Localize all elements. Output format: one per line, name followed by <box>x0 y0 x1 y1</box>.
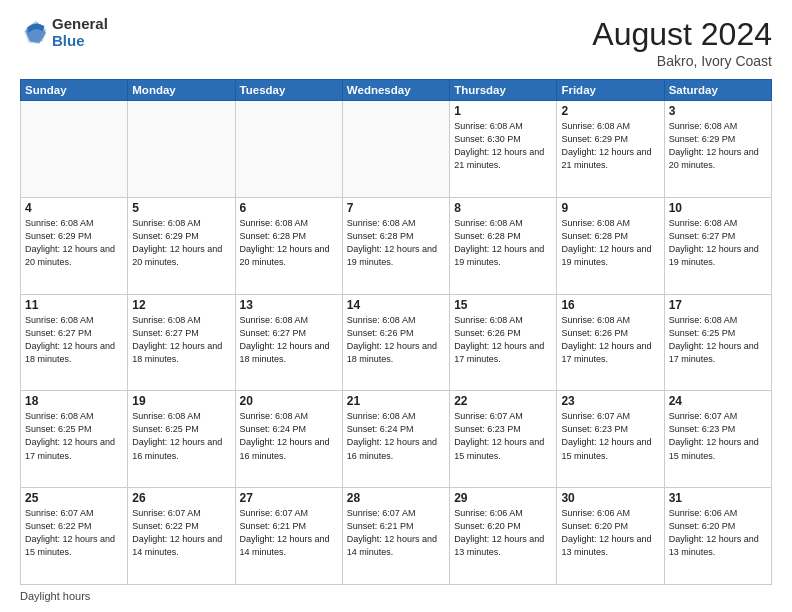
day-info: Sunrise: 6:08 AMSunset: 6:24 PMDaylight:… <box>347 410 445 462</box>
month-title: August 2024 <box>592 16 772 53</box>
sunrise: Sunrise: 6:08 AM <box>347 315 416 325</box>
sunset: Sunset: 6:26 PM <box>454 328 521 338</box>
day-number: 23 <box>561 394 659 408</box>
calendar-cell-14: 14Sunrise: 6:08 AMSunset: 6:26 PMDayligh… <box>342 294 449 391</box>
logo-text: General Blue <box>52 16 108 49</box>
sunset: Sunset: 6:29 PM <box>669 134 736 144</box>
sunrise: Sunrise: 6:06 AM <box>669 508 738 518</box>
day-info: Sunrise: 6:07 AMSunset: 6:21 PMDaylight:… <box>240 507 338 559</box>
calendar-cell-15: 15Sunrise: 6:08 AMSunset: 6:26 PMDayligh… <box>450 294 557 391</box>
daylight: Daylight: 12 hours and 20 minutes. <box>132 244 222 267</box>
calendar-cell-10: 10Sunrise: 6:08 AMSunset: 6:27 PMDayligh… <box>664 197 771 294</box>
sunset: Sunset: 6:29 PM <box>25 231 92 241</box>
day-number: 17 <box>669 298 767 312</box>
sunset: Sunset: 6:23 PM <box>669 424 736 434</box>
sunset: Sunset: 6:25 PM <box>132 424 199 434</box>
daylight: Daylight: 12 hours and 16 minutes. <box>240 437 330 460</box>
sunrise: Sunrise: 6:08 AM <box>25 315 94 325</box>
sunrise: Sunrise: 6:08 AM <box>240 315 309 325</box>
day-number: 18 <box>25 394 123 408</box>
sunrise: Sunrise: 6:08 AM <box>240 218 309 228</box>
calendar-cell-23: 23Sunrise: 6:07 AMSunset: 6:23 PMDayligh… <box>557 391 664 488</box>
day-number: 20 <box>240 394 338 408</box>
day-number: 11 <box>25 298 123 312</box>
day-info: Sunrise: 6:08 AMSunset: 6:29 PMDaylight:… <box>25 217 123 269</box>
daylight: Daylight: 12 hours and 19 minutes. <box>561 244 651 267</box>
day-number: 31 <box>669 491 767 505</box>
daylight: Daylight: 12 hours and 15 minutes. <box>561 437 651 460</box>
day-number: 8 <box>454 201 552 215</box>
day-info: Sunrise: 6:08 AMSunset: 6:27 PMDaylight:… <box>132 314 230 366</box>
sunrise: Sunrise: 6:07 AM <box>561 411 630 421</box>
calendar-cell-6: 6Sunrise: 6:08 AMSunset: 6:28 PMDaylight… <box>235 197 342 294</box>
calendar-cell-7: 7Sunrise: 6:08 AMSunset: 6:28 PMDaylight… <box>342 197 449 294</box>
sunrise: Sunrise: 6:08 AM <box>25 218 94 228</box>
sunrise: Sunrise: 6:08 AM <box>347 218 416 228</box>
day-info: Sunrise: 6:08 AMSunset: 6:27 PMDaylight:… <box>25 314 123 366</box>
sunrise: Sunrise: 6:08 AM <box>347 411 416 421</box>
day-info: Sunrise: 6:08 AMSunset: 6:26 PMDaylight:… <box>561 314 659 366</box>
weekday-header-wednesday: Wednesday <box>342 80 449 101</box>
day-info: Sunrise: 6:06 AMSunset: 6:20 PMDaylight:… <box>454 507 552 559</box>
sunrise: Sunrise: 6:08 AM <box>669 218 738 228</box>
day-number: 3 <box>669 104 767 118</box>
day-number: 15 <box>454 298 552 312</box>
daylight: Daylight: 12 hours and 21 minutes. <box>454 147 544 170</box>
day-info: Sunrise: 6:08 AMSunset: 6:26 PMDaylight:… <box>454 314 552 366</box>
calendar-cell-11: 11Sunrise: 6:08 AMSunset: 6:27 PMDayligh… <box>21 294 128 391</box>
sunset: Sunset: 6:27 PM <box>240 328 307 338</box>
sunset: Sunset: 6:29 PM <box>561 134 628 144</box>
logo-general: General <box>52 15 108 32</box>
sunrise: Sunrise: 6:07 AM <box>240 508 309 518</box>
sunrise: Sunrise: 6:08 AM <box>132 315 201 325</box>
calendar-cell-19: 19Sunrise: 6:08 AMSunset: 6:25 PMDayligh… <box>128 391 235 488</box>
day-info: Sunrise: 6:08 AMSunset: 6:28 PMDaylight:… <box>454 217 552 269</box>
day-number: 27 <box>240 491 338 505</box>
sunset: Sunset: 6:20 PM <box>561 521 628 531</box>
week-row-1: 1Sunrise: 6:08 AMSunset: 6:30 PMDaylight… <box>21 101 772 198</box>
daylight: Daylight: 12 hours and 14 minutes. <box>240 534 330 557</box>
sunrise: Sunrise: 6:08 AM <box>561 218 630 228</box>
sunrise: Sunrise: 6:06 AM <box>454 508 523 518</box>
week-row-2: 4Sunrise: 6:08 AMSunset: 6:29 PMDaylight… <box>21 197 772 294</box>
day-info: Sunrise: 6:08 AMSunset: 6:25 PMDaylight:… <box>132 410 230 462</box>
calendar-cell-empty <box>21 101 128 198</box>
week-row-5: 25Sunrise: 6:07 AMSunset: 6:22 PMDayligh… <box>21 488 772 585</box>
calendar-cell-27: 27Sunrise: 6:07 AMSunset: 6:21 PMDayligh… <box>235 488 342 585</box>
day-info: Sunrise: 6:06 AMSunset: 6:20 PMDaylight:… <box>669 507 767 559</box>
calendar-cell-31: 31Sunrise: 6:06 AMSunset: 6:20 PMDayligh… <box>664 488 771 585</box>
sunset: Sunset: 6:25 PM <box>669 328 736 338</box>
daylight: Daylight: 12 hours and 16 minutes. <box>132 437 222 460</box>
sunrise: Sunrise: 6:07 AM <box>25 508 94 518</box>
daylight: Daylight: 12 hours and 14 minutes. <box>347 534 437 557</box>
daylight: Daylight: 12 hours and 17 minutes. <box>454 341 544 364</box>
sunset: Sunset: 6:22 PM <box>25 521 92 531</box>
day-number: 12 <box>132 298 230 312</box>
footer: Daylight hours <box>20 590 772 602</box>
calendar-cell-25: 25Sunrise: 6:07 AMSunset: 6:22 PMDayligh… <box>21 488 128 585</box>
sunset: Sunset: 6:28 PM <box>240 231 307 241</box>
sunset: Sunset: 6:28 PM <box>347 231 414 241</box>
sunset: Sunset: 6:21 PM <box>347 521 414 531</box>
sunrise: Sunrise: 6:06 AM <box>561 508 630 518</box>
daylight: Daylight: 12 hours and 13 minutes. <box>561 534 651 557</box>
day-number: 7 <box>347 201 445 215</box>
day-info: Sunrise: 6:08 AMSunset: 6:29 PMDaylight:… <box>561 120 659 172</box>
calendar-cell-21: 21Sunrise: 6:08 AMSunset: 6:24 PMDayligh… <box>342 391 449 488</box>
weekday-header-friday: Friday <box>557 80 664 101</box>
day-info: Sunrise: 6:07 AMSunset: 6:21 PMDaylight:… <box>347 507 445 559</box>
calendar-cell-29: 29Sunrise: 6:06 AMSunset: 6:20 PMDayligh… <box>450 488 557 585</box>
daylight: Daylight: 12 hours and 18 minutes. <box>132 341 222 364</box>
sunrise: Sunrise: 6:08 AM <box>25 411 94 421</box>
sunset: Sunset: 6:26 PM <box>561 328 628 338</box>
daylight: Daylight: 12 hours and 20 minutes. <box>240 244 330 267</box>
sunrise: Sunrise: 6:08 AM <box>561 315 630 325</box>
calendar-cell-20: 20Sunrise: 6:08 AMSunset: 6:24 PMDayligh… <box>235 391 342 488</box>
sunrise: Sunrise: 6:08 AM <box>454 315 523 325</box>
sunrise: Sunrise: 6:07 AM <box>669 411 738 421</box>
sunset: Sunset: 6:25 PM <box>25 424 92 434</box>
daylight: Daylight: 12 hours and 19 minutes. <box>347 244 437 267</box>
daylight: Daylight: 12 hours and 18 minutes. <box>240 341 330 364</box>
day-info: Sunrise: 6:07 AMSunset: 6:22 PMDaylight:… <box>25 507 123 559</box>
weekday-header-monday: Monday <box>128 80 235 101</box>
